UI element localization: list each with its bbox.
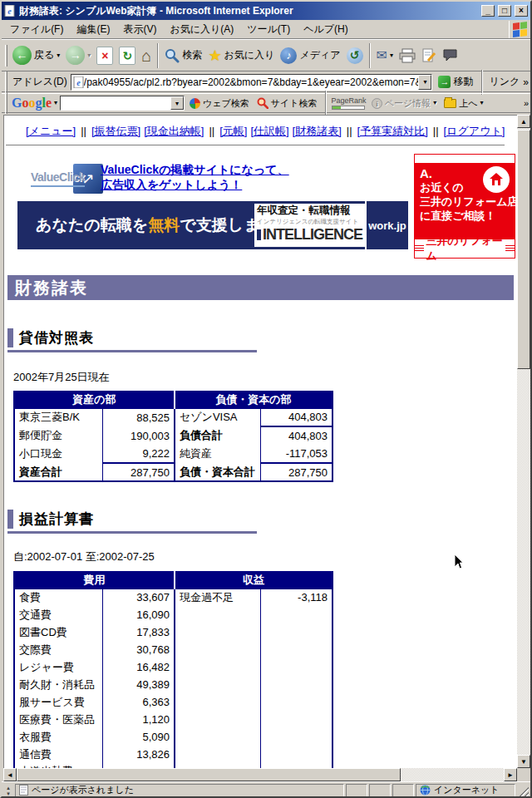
links-chevron[interactable]: »	[523, 76, 529, 88]
valueclick-brand: ValueClick	[31, 170, 85, 187]
home-icon: ⌂	[141, 47, 151, 65]
discuss-button[interactable]	[440, 47, 461, 64]
scroll-left-button[interactable]: ◄	[3, 768, 17, 781]
google-search-input[interactable]	[61, 97, 170, 109]
forward-dropdown[interactable]: ▾	[87, 52, 91, 59]
back-icon: ←	[12, 46, 32, 65]
pagerank-meter	[332, 106, 365, 110]
status-message: ページが表示されました	[32, 784, 134, 796]
ie-window-icon: e	[4, 5, 16, 17]
status-pane	[369, 784, 391, 797]
valueclick-ad-link[interactable]: ValueClickの掲載サイトになって、 広告収入をゲットしよう！	[101, 162, 289, 192]
refresh-icon: ↻	[119, 47, 135, 65]
workjp-label: work.jp	[365, 201, 408, 249]
horizontal-scrollbar[interactable]: ◄ ►	[3, 768, 517, 781]
menu-tools[interactable]: ツール(T)	[240, 20, 297, 39]
mitsui-reform-ad[interactable]: A. お近くの 三井のリフォーム店 に直接ご相談！ 三井のリフォーム	[414, 154, 515, 259]
googlebar-grip[interactable]	[5, 92, 7, 114]
go-button[interactable]: → 移動	[436, 73, 475, 91]
security-zone-pane: インターネット	[416, 784, 515, 797]
resize-grip[interactable]	[519, 787, 529, 797]
close-button[interactable]: ×	[515, 5, 528, 17]
forward-button[interactable]: → ▾	[63, 44, 93, 66]
horizontal-scroll-thumb[interactable]	[17, 768, 401, 781]
valueclick-line2[interactable]: 広告収入をゲットしよう！	[101, 177, 289, 192]
menu-file[interactable]: ファイル(F)	[3, 20, 70, 39]
refresh-button[interactable]: ↻	[116, 45, 138, 66]
scroll-right-button[interactable]: ►	[504, 768, 517, 781]
nav-link-yosan[interactable]: [予算実績対比]	[357, 125, 428, 137]
page-info-button[interactable]: i ページ情報 ▾	[369, 96, 440, 111]
favorites-button[interactable]: ★ お気に入り	[205, 45, 277, 66]
go-label: 移動	[453, 75, 473, 89]
menu-edit[interactable]: 編集(E)	[70, 20, 116, 39]
search-button[interactable]: 検索	[162, 47, 204, 65]
maximize-button[interactable]: □	[498, 5, 511, 17]
favorites-label: お気に入り	[224, 48, 275, 62]
valueclick-logo[interactable]: ValueClick ↗	[31, 164, 103, 194]
vertical-scroll-thumb[interactable]	[517, 130, 530, 369]
mail-dropdown[interactable]: ▾	[390, 52, 393, 59]
nav-link-zaimu[interactable]: [財務諸表]	[293, 125, 342, 137]
table-row: 衣服費5,090	[14, 728, 332, 746]
scroll-up-button[interactable]: ▲	[517, 115, 530, 128]
links-label[interactable]: リンク	[489, 75, 520, 89]
scroll-down-button[interactable]: ▼	[517, 755, 530, 768]
google-logo-dropdown[interactable]: ▾	[54, 100, 57, 106]
nav-link-furikae[interactable]: [振替伝票]	[91, 125, 140, 137]
intelligence-banner-ad[interactable]: あなたの転職を無料で支援します 年収査定・転職情報 インテリジェンスの転職支援サ…	[17, 201, 408, 249]
status-pane	[392, 784, 414, 797]
menu-favorites[interactable]: お気に入り(A)	[163, 20, 240, 39]
info-icon: i	[372, 98, 382, 109]
media-button[interactable]: ♪ メディア	[278, 46, 342, 66]
income-statement-table-wrap: 費用 収益 食費33,607現金過不足-3,118 交通費16,090 図書CD…	[13, 571, 333, 768]
folder-up-icon	[444, 99, 456, 108]
back-button[interactable]: ← 戻る ▾	[10, 44, 62, 66]
nav-link-genkin[interactable]: [現金出納帳]	[144, 125, 204, 137]
site-search-button[interactable]: サイト検索	[254, 96, 320, 111]
docked-toolbar-handle[interactable]: ▴ ▾	[3, 785, 13, 796]
nav-link-shiwake[interactable]: [仕訳帳]	[250, 125, 288, 137]
addressbar-grip[interactable]	[5, 71, 7, 93]
google-search-dropdown[interactable]: ▾	[170, 96, 184, 110]
mail-button[interactable]: ✉ ▾	[374, 46, 396, 65]
address-input[interactable]: e /pak04955/ac/pl2.rb?byear=2002&bmon=7&…	[71, 74, 433, 91]
balance-sheet-table: 資産の部 負債・資本の部 東京三菱B/K 88,525 セゾンVISA 404,…	[13, 391, 333, 482]
home-button[interactable]: ⌂	[139, 45, 154, 66]
menu-help[interactable]: ヘルプ(H)	[297, 20, 355, 39]
status-pane	[346, 784, 367, 797]
table-row: 通信費13,826	[14, 746, 332, 763]
toolbar-grip[interactable]	[5, 45, 7, 66]
web-search-button[interactable]: ウェブ検索	[187, 96, 252, 111]
googlebar-chevron[interactable]: »	[524, 98, 529, 108]
standard-toolbar: ← 戻る ▾ → ▾ × ↻ ⌂ 検索 ★ お気に入り	[2, 39, 530, 71]
nav-link-menu[interactable]: [メニュー]	[26, 125, 76, 137]
google-logo[interactable]: Google	[12, 96, 52, 111]
nav-link-motocho[interactable]: [元帳]	[219, 125, 247, 137]
menu-view[interactable]: 表示(V)	[116, 20, 163, 39]
assets-header: 資産の部	[14, 392, 175, 408]
banner-headline: 年収査定・転職情報	[257, 205, 362, 216]
nav-link-logout[interactable]: [ログアウト]	[444, 125, 505, 137]
print-button[interactable]	[397, 47, 418, 65]
address-dropdown[interactable]: ▾	[418, 75, 431, 90]
back-dropdown[interactable]: ▾	[57, 52, 60, 59]
edit-button[interactable]	[419, 47, 439, 65]
stop-button[interactable]: ×	[94, 45, 116, 66]
google-search-box[interactable]: ▾	[60, 96, 185, 111]
page-info-dropdown[interactable]: ▾	[433, 100, 436, 106]
favorites-icon: ★	[208, 47, 221, 65]
search-label: 検索	[182, 48, 202, 62]
ad-top-strip	[415, 155, 515, 163]
table-row: 郵便貯金 190,003 負債合計 404,803	[14, 426, 332, 445]
forward-icon: →	[66, 46, 85, 65]
valueclick-line1[interactable]: ValueClickの掲載サイトになって、	[101, 162, 289, 177]
discuss-icon	[442, 48, 458, 62]
minimize-button[interactable]: _	[481, 5, 495, 17]
up-button[interactable]: 上へ ▾	[441, 96, 485, 111]
up-dropdown[interactable]: ▾	[480, 100, 483, 106]
history-button[interactable]: ↺	[344, 46, 366, 66]
vertical-scrollbar[interactable]: ▲ ▼	[517, 115, 530, 768]
balance-sheet-date: 2002年7月25日現在	[13, 370, 110, 385]
back-label: 戻る	[34, 48, 54, 62]
